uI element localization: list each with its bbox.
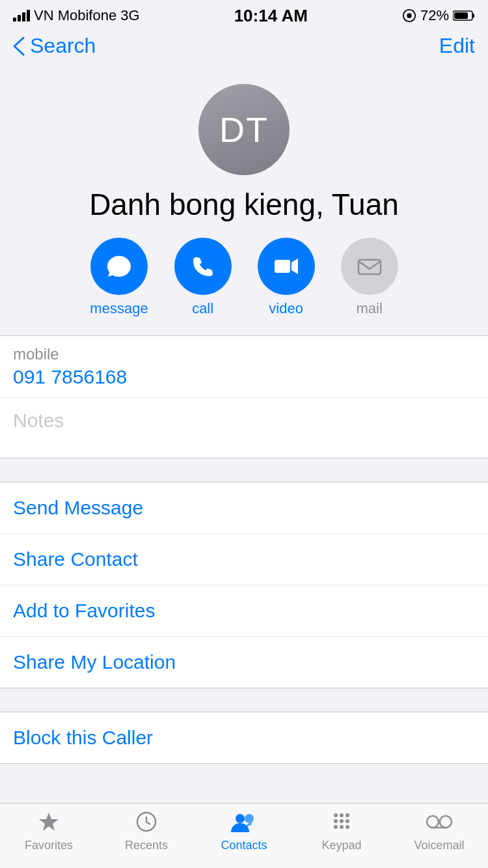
phone-value: 091 7856168 [13,366,475,388]
svg-point-1 [407,13,411,18]
video-label: video [269,300,303,317]
add-to-favorites-row[interactable]: Add to Favorites [0,585,488,637]
svg-point-12 [334,813,338,817]
voicemail-icon [425,810,454,836]
share-contact-row[interactable]: Share Contact [0,534,488,585]
favorites-icon [37,810,61,836]
svg-point-14 [346,813,349,817]
clock: 10:14 AM [234,6,308,26]
svg-point-13 [340,813,344,817]
recents-icon [135,810,158,836]
signal-icon [13,10,30,21]
tab-keypad-label: Keypad [321,839,361,852]
phone-row[interactable]: mobile 091 7856168 [0,336,488,398]
tab-contacts[interactable]: Contacts [195,810,293,852]
share-contact-label: Share Contact [13,548,138,570]
network-label: 3G [120,7,139,24]
svg-point-10 [236,814,245,823]
carrier-label: VN Mobifone [34,7,116,24]
svg-marker-8 [39,813,59,831]
profile-section: DT Danh bong kieng, Tuan message [0,68,488,335]
main-content: DT Danh bong kieng, Tuan message [0,68,488,835]
message-label: message [90,300,148,317]
keypad-icon [330,810,353,836]
svg-rect-4 [454,12,468,19]
send-message-label: Send Message [13,497,143,518]
tab-keypad[interactable]: Keypad [293,810,390,852]
svg-point-15 [334,819,338,823]
mail-button[interactable]: mail [341,238,398,317]
battery-icon [453,10,475,21]
block-caller-row[interactable]: Block this Caller [0,712,488,763]
svg-point-16 [340,819,344,823]
status-bar: VN Mobifone 3G 10:14 AM 72% [0,0,488,29]
svg-point-19 [340,825,344,829]
notes-field[interactable]: Notes [0,398,488,458]
edit-button[interactable]: Edit [439,34,475,58]
action-buttons: message call video [90,238,398,317]
svg-point-18 [334,825,338,829]
video-icon-bg [258,238,315,295]
nav-bar: Search Edit [0,29,488,68]
add-to-favorites-label: Add to Favorites [13,600,155,621]
svg-point-22 [440,816,452,828]
svg-rect-3 [472,14,474,18]
mail-icon-bg [341,238,398,295]
avatar-initials: DT [219,109,269,150]
status-left: VN Mobifone 3G [13,7,140,24]
lock-icon [402,8,416,23]
tab-voicemail-label: Voicemail [414,839,464,852]
menu-actions-card: Send Message Share Contact Add to Favori… [0,482,488,688]
block-section: Block this Caller [0,712,488,764]
section-gap-1 [0,458,488,482]
status-right: 72% [402,7,475,24]
video-button[interactable]: video [258,238,315,317]
call-label: call [192,300,213,317]
call-icon-bg [174,238,232,295]
share-my-location-row[interactable]: Share My Location [0,637,488,688]
avatar: DT [198,84,290,175]
call-button[interactable]: call [174,238,232,317]
tab-recents-label: Recents [125,839,168,852]
video-icon [272,252,301,281]
svg-point-21 [427,816,439,828]
contact-info-card: mobile 091 7856168 Notes [0,335,488,458]
back-button[interactable]: Search [13,34,96,58]
mail-label: mail [356,300,382,317]
message-icon [105,252,133,281]
tab-voicemail[interactable]: Voicemail [390,810,488,852]
mail-icon [355,252,384,281]
svg-point-20 [346,825,349,829]
tab-recents[interactable]: Recents [98,810,195,852]
back-label: Search [30,34,96,58]
phone-label: mobile [13,345,475,363]
message-icon-bg [90,238,148,295]
call-icon [189,252,217,281]
svg-point-17 [346,819,349,823]
share-my-location-label: Share My Location [13,651,176,673]
svg-rect-7 [359,260,381,274]
svg-rect-5 [275,260,290,273]
send-message-row[interactable]: Send Message [0,483,488,534]
tab-contacts-label: Contacts [221,839,267,852]
tab-bar: Favorites Recents Contacts [0,803,488,868]
battery-percentage: 72% [420,7,449,24]
block-caller-label: Block this Caller [13,727,153,748]
message-button[interactable]: message [90,238,148,317]
svg-marker-6 [291,259,298,274]
contacts-icon [231,810,257,836]
svg-point-11 [245,814,254,823]
tab-favorites[interactable]: Favorites [0,810,98,852]
tab-favorites-label: Favorites [25,839,73,852]
contact-name: Danh bong kieng, Tuan [89,187,399,222]
